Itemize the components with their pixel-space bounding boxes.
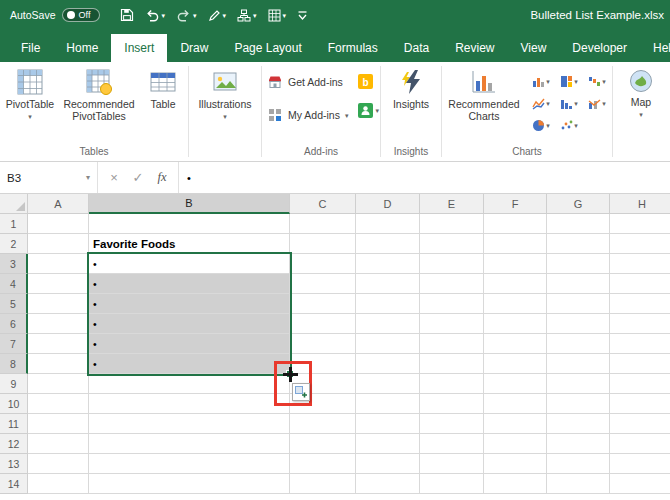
cell-E9[interactable] <box>420 374 484 394</box>
cell-C5[interactable] <box>290 294 356 314</box>
insert-line-chart-button[interactable]: ▾ <box>527 92 555 114</box>
column-header-D[interactable]: D <box>356 194 420 214</box>
insert-statistic-chart-button[interactable]: ▾ <box>555 92 583 114</box>
table-tool-button[interactable]: ▾ <box>264 6 291 25</box>
insights-button[interactable]: Insights <box>382 64 440 110</box>
save-button[interactable] <box>116 5 138 25</box>
get-addins-button[interactable]: Get Add-ins <box>263 72 352 92</box>
cell-G7[interactable] <box>547 334 610 354</box>
autosave-toggle[interactable]: Off <box>62 8 100 22</box>
column-header-H[interactable]: H <box>610 194 670 214</box>
row-header-13[interactable]: 13 <box>0 454 28 474</box>
cell-E13[interactable] <box>420 454 484 474</box>
column-header-F[interactable]: F <box>484 194 547 214</box>
cell-A8[interactable] <box>28 354 89 374</box>
dropdown-icon[interactable]: ▾ <box>193 12 197 19</box>
cell-E10[interactable] <box>420 394 484 414</box>
cell-A10[interactable] <box>28 394 89 414</box>
row-header-1[interactable]: 1 <box>0 214 28 234</box>
row-header-3[interactable]: 3 <box>0 254 28 274</box>
maps-button[interactable]: Map ▾ <box>614 64 668 118</box>
recommended-charts-button[interactable]: Recommended Charts <box>443 64 525 122</box>
pivottable-button[interactable]: PivotTable ▾ <box>1 64 59 120</box>
recommended-pivottables-button[interactable]: Recommended PivotTables <box>59 64 139 122</box>
cell-H8[interactable] <box>610 354 670 374</box>
cell-D12[interactable] <box>356 434 420 454</box>
cell-F4[interactable] <box>484 274 547 294</box>
cell-E6[interactable] <box>420 314 484 334</box>
cell-B1[interactable] <box>89 214 290 234</box>
column-header-A[interactable]: A <box>28 194 89 214</box>
cell-C14[interactable] <box>290 474 356 494</box>
cell-C12[interactable] <box>290 434 356 454</box>
cell-G10[interactable] <box>547 394 610 414</box>
insert-column-chart-button[interactable]: ▾ <box>527 70 555 92</box>
cell-G3[interactable] <box>547 254 610 274</box>
tab-help[interactable]: Help <box>640 34 670 62</box>
cell-H12[interactable] <box>610 434 670 454</box>
cell-H6[interactable] <box>610 314 670 334</box>
cell-B8[interactable]: • <box>89 354 290 374</box>
cell-E11[interactable] <box>420 414 484 434</box>
cell-G12[interactable] <box>547 434 610 454</box>
tab-page-layout[interactable]: Page Layout <box>221 34 314 62</box>
cell-C4[interactable] <box>290 274 356 294</box>
cell-A3[interactable] <box>28 254 89 274</box>
cell-B4[interactable]: • <box>89 274 290 294</box>
tab-draw[interactable]: Draw <box>167 34 221 62</box>
cell-F3[interactable] <box>484 254 547 274</box>
cell-C6[interactable] <box>290 314 356 334</box>
cell-C8[interactable] <box>290 354 356 374</box>
cell-E5[interactable] <box>420 294 484 314</box>
cell-G4[interactable] <box>547 274 610 294</box>
cell-A5[interactable] <box>28 294 89 314</box>
cell-G11[interactable] <box>547 414 610 434</box>
cell-D2[interactable] <box>356 234 420 254</box>
cell-G2[interactable] <box>547 234 610 254</box>
cell-H1[interactable] <box>610 214 670 234</box>
cell-E4[interactable] <box>420 274 484 294</box>
cell-E1[interactable] <box>420 214 484 234</box>
cell-H9[interactable] <box>610 374 670 394</box>
cell-G9[interactable] <box>547 374 610 394</box>
cell-F1[interactable] <box>484 214 547 234</box>
row-header-4[interactable]: 4 <box>0 274 28 294</box>
cell-F12[interactable] <box>484 434 547 454</box>
cell-E12[interactable] <box>420 434 484 454</box>
cell-F10[interactable] <box>484 394 547 414</box>
cell-D9[interactable] <box>356 374 420 394</box>
insert-function-icon[interactable]: fx <box>150 170 174 185</box>
dropdown-icon[interactable]: ▾ <box>223 12 227 19</box>
row-header-12[interactable]: 12 <box>0 434 28 454</box>
cell-A11[interactable] <box>28 414 89 434</box>
cell-A14[interactable] <box>28 474 89 494</box>
cell-D10[interactable] <box>356 394 420 414</box>
cell-C3[interactable] <box>290 254 356 274</box>
select-all-corner[interactable] <box>0 194 28 214</box>
cell-B14[interactable] <box>89 474 290 494</box>
insert-combo-chart-button[interactable]: ▾ <box>583 92 611 114</box>
cell-E7[interactable] <box>420 334 484 354</box>
formula-input[interactable]: • <box>179 162 670 193</box>
cell-D5[interactable] <box>356 294 420 314</box>
row-header-5[interactable]: 5 <box>0 294 28 314</box>
cell-C7[interactable] <box>290 334 356 354</box>
cell-A7[interactable] <box>28 334 89 354</box>
cell-D1[interactable] <box>356 214 420 234</box>
cell-E14[interactable] <box>420 474 484 494</box>
dropdown-icon[interactable]: ▾ <box>283 12 287 19</box>
cell-D4[interactable] <box>356 274 420 294</box>
cell-E3[interactable] <box>420 254 484 274</box>
cell-D11[interactable] <box>356 414 420 434</box>
cell-C11[interactable] <box>290 414 356 434</box>
insert-waterfall-chart-button[interactable]: ▾ <box>583 70 611 92</box>
table-button[interactable]: Table <box>139 64 187 110</box>
tab-data[interactable]: Data <box>391 34 442 62</box>
cell-A9[interactable] <box>28 374 89 394</box>
cell-B10[interactable] <box>89 394 290 414</box>
enter-icon[interactable]: ✓ <box>126 170 150 185</box>
cell-D3[interactable] <box>356 254 420 274</box>
cell-F2[interactable] <box>484 234 547 254</box>
row-header-14[interactable]: 14 <box>0 474 28 494</box>
row-header-10[interactable]: 10 <box>0 394 28 414</box>
